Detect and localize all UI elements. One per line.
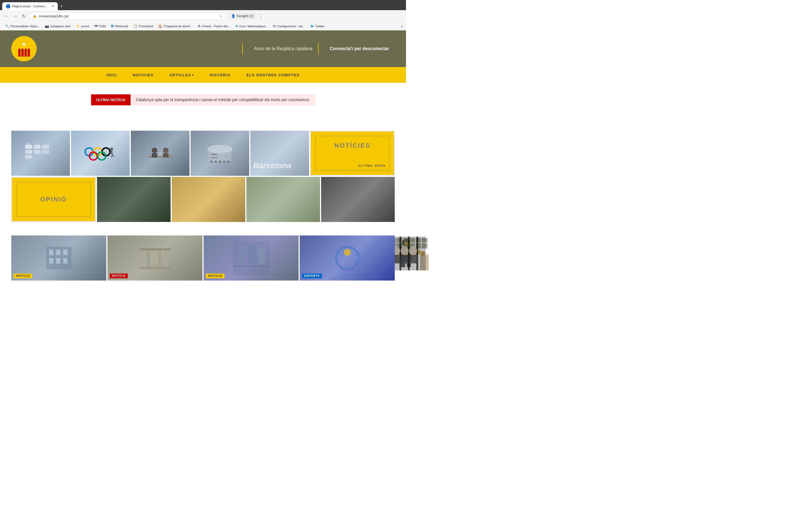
article-thumb-3[interactable]: ARTICLE bbox=[204, 235, 299, 281]
svg-rect-99 bbox=[158, 249, 161, 267]
opinio-row: OPINIÓ bbox=[11, 177, 395, 222]
svg-rect-89 bbox=[49, 249, 53, 255]
svg-rect-91 bbox=[63, 249, 67, 255]
svg-rect-95 bbox=[140, 267, 170, 269]
svg-rect-100 bbox=[163, 249, 167, 267]
article-badge-4: ESPORTS bbox=[302, 274, 322, 278]
svg-rect-94 bbox=[63, 258, 67, 264]
bwmen-overlay bbox=[321, 177, 395, 222]
website: ★ Arxiu de la Reúplica catalana Connecta… bbox=[0, 31, 406, 286]
svg-rect-101 bbox=[140, 248, 170, 250]
svg-rect-98 bbox=[152, 249, 156, 267]
svg-rect-90 bbox=[56, 249, 60, 255]
svg-rect-96 bbox=[141, 249, 144, 267]
article-badge-3: ARTICLE bbox=[206, 274, 224, 278]
article-badge-1: ARTICLE bbox=[13, 274, 32, 278]
svg-rect-103 bbox=[239, 247, 246, 264]
svg-rect-93 bbox=[56, 258, 60, 264]
svg-rect-97 bbox=[147, 249, 150, 267]
svg-rect-92 bbox=[49, 258, 53, 264]
article-badge-2: NOTÍCIA bbox=[110, 274, 128, 278]
content-area: MWC MOBILE Barcelona bbox=[0, 125, 406, 286]
news-image-bwmen[interactable] bbox=[321, 177, 395, 222]
article-thumb-4[interactable]: ESPORTS bbox=[300, 235, 395, 281]
svg-rect-104 bbox=[248, 245, 257, 264]
svg-point-108 bbox=[344, 249, 351, 256]
article-thumb-1[interactable]: ARTICLE bbox=[11, 235, 106, 281]
svg-rect-105 bbox=[258, 248, 265, 264]
article-thumb-2[interactable]: NOTÍCIA bbox=[107, 235, 202, 281]
